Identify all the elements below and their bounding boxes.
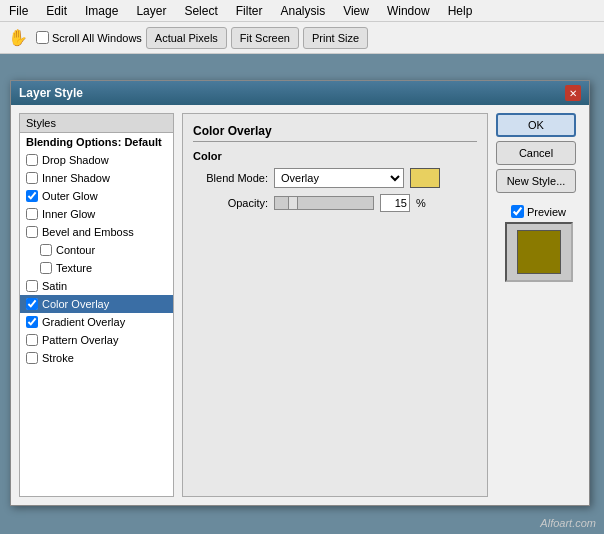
style-checkbox-4[interactable] [26, 226, 38, 238]
style-label-9: Gradient Overlay [42, 316, 125, 328]
layer-style-dialog: Layer Style ✕ Styles Blending Options: D… [10, 80, 590, 506]
style-checkbox-5[interactable] [40, 244, 52, 256]
section-title: Color Overlay [193, 124, 477, 142]
menu-item-select[interactable]: Select [179, 2, 222, 20]
content-panel: Color Overlay Color Blend Mode: NormalDi… [182, 113, 488, 497]
opacity-value-input[interactable] [380, 194, 410, 212]
scroll-all-windows-option[interactable]: Scroll All Windows [36, 31, 142, 44]
style-item-inner-shadow[interactable]: Inner Shadow [20, 169, 173, 187]
opacity-label: Opacity: [193, 197, 268, 209]
style-checkbox-11[interactable] [26, 352, 38, 364]
style-item-contour[interactable]: Contour [20, 241, 173, 259]
fit-screen-button[interactable]: Fit Screen [231, 27, 299, 49]
style-checkbox-0[interactable] [26, 154, 38, 166]
style-item-bevel-and-emboss[interactable]: Bevel and Emboss [20, 223, 173, 241]
style-label-6: Texture [56, 262, 92, 274]
menu-item-image[interactable]: Image [80, 2, 123, 20]
style-label-1: Inner Shadow [42, 172, 110, 184]
style-item-stroke[interactable]: Stroke [20, 349, 173, 367]
style-label-8: Color Overlay [42, 298, 109, 310]
blend-mode-select[interactable]: NormalDissolveMultiplyScreenOverlaySoft … [274, 168, 404, 188]
color-swatch[interactable] [410, 168, 440, 188]
style-item-outer-glow[interactable]: Outer Glow [20, 187, 173, 205]
dialog-title: Layer Style [19, 86, 83, 100]
style-item-satin[interactable]: Satin [20, 277, 173, 295]
scroll-all-windows-label: Scroll All Windows [52, 32, 142, 44]
style-item-texture[interactable]: Texture [20, 259, 173, 277]
cancel-button[interactable]: Cancel [496, 141, 576, 165]
style-item-color-overlay[interactable]: Color Overlay [20, 295, 173, 313]
style-item-pattern-overlay[interactable]: Pattern Overlay [20, 331, 173, 349]
menu-item-edit[interactable]: Edit [41, 2, 72, 20]
opacity-unit: % [416, 197, 426, 209]
style-item-gradient-overlay[interactable]: Gradient Overlay [20, 313, 173, 331]
styles-header: Styles [20, 114, 173, 133]
preview-label-text: Preview [527, 206, 566, 218]
opacity-row: Opacity: % [193, 194, 477, 212]
style-label-10: Pattern Overlay [42, 334, 118, 346]
menu-item-view[interactable]: View [338, 2, 374, 20]
dialog-overlay: Layer Style ✕ Styles Blending Options: D… [0, 70, 604, 534]
style-items-list: Drop ShadowInner ShadowOuter GlowInner G… [20, 151, 173, 367]
actual-pixels-button[interactable]: Actual Pixels [146, 27, 227, 49]
ok-button[interactable]: OK [496, 113, 576, 137]
styles-panel: Styles Blending Options: Default Drop Sh… [19, 113, 174, 497]
style-label-7: Satin [42, 280, 67, 292]
preview-checkbox[interactable] [511, 205, 524, 218]
new-style-button[interactable]: New Style... [496, 169, 576, 193]
hand-tool-icon[interactable]: ✋ [4, 28, 32, 47]
style-label-4: Bevel and Emboss [42, 226, 134, 238]
main-content: Color Overlay Color Blend Mode: NormalDi… [182, 113, 488, 497]
blending-options-label: Blending Options: Default [26, 136, 162, 148]
style-label-11: Stroke [42, 352, 74, 364]
menu-item-layer[interactable]: Layer [131, 2, 171, 20]
style-checkbox-10[interactable] [26, 334, 38, 346]
menu-bar: File Edit Image Layer Select Filter Anal… [0, 0, 604, 22]
style-checkbox-2[interactable] [26, 190, 38, 202]
print-size-button[interactable]: Print Size [303, 27, 368, 49]
style-checkbox-1[interactable] [26, 172, 38, 184]
style-label-2: Outer Glow [42, 190, 98, 202]
menu-item-window[interactable]: Window [382, 2, 435, 20]
blend-mode-row: Blend Mode: NormalDissolveMultiplyScreen… [193, 168, 477, 188]
style-item-drop-shadow[interactable]: Drop Shadow [20, 151, 173, 169]
opacity-slider[interactable] [274, 196, 374, 210]
right-panel: OK Cancel New Style... Preview [496, 113, 581, 497]
style-checkbox-3[interactable] [26, 208, 38, 220]
menu-item-file[interactable]: File [4, 2, 33, 20]
sub-section-title: Color [193, 150, 477, 162]
menu-item-filter[interactable]: Filter [231, 2, 268, 20]
style-label-5: Contour [56, 244, 95, 256]
blending-options-item[interactable]: Blending Options: Default [20, 133, 173, 151]
preview-inner [517, 230, 561, 274]
toolbar: ✋ Scroll All Windows Actual Pixels Fit S… [0, 22, 604, 54]
scroll-all-windows-checkbox[interactable] [36, 31, 49, 44]
style-label-0: Drop Shadow [42, 154, 109, 166]
style-label-3: Inner Glow [42, 208, 95, 220]
style-checkbox-8[interactable] [26, 298, 38, 310]
style-item-inner-glow[interactable]: Inner Glow [20, 205, 173, 223]
style-checkbox-9[interactable] [26, 316, 38, 328]
menu-item-analysis[interactable]: Analysis [275, 2, 330, 20]
preview-box [505, 222, 573, 282]
style-checkbox-7[interactable] [26, 280, 38, 292]
watermark: Alfoart.com [540, 517, 596, 529]
dialog-close-button[interactable]: ✕ [565, 85, 581, 101]
dialog-titlebar: Layer Style ✕ [11, 81, 589, 105]
dialog-body: Styles Blending Options: Default Drop Sh… [11, 105, 589, 505]
menu-item-help[interactable]: Help [443, 2, 478, 20]
preview-section: Preview [496, 205, 581, 282]
blend-mode-label: Blend Mode: [193, 172, 268, 184]
preview-label-row: Preview [511, 205, 566, 218]
style-checkbox-6[interactable] [40, 262, 52, 274]
